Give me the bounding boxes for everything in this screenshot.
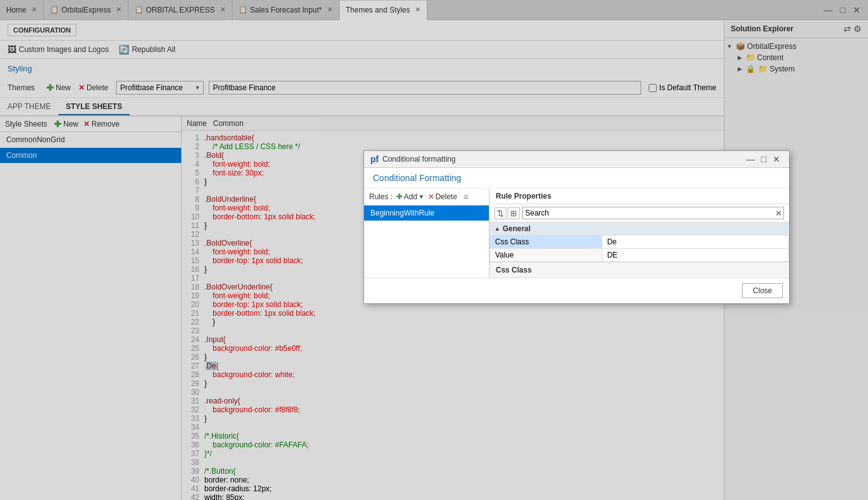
props-search-icons: ⇅ ⊞ bbox=[494, 207, 520, 219]
rules-add-plus-icon: ✚ bbox=[396, 192, 402, 201]
modal-close-button[interactable]: ✕ bbox=[770, 154, 783, 164]
props-value-name: Value bbox=[490, 249, 602, 262]
props-cssclass-value[interactable] bbox=[602, 236, 788, 249]
modal-heading: Conditional Formatting bbox=[364, 168, 789, 189]
rules-list: BeginningWithRule bbox=[364, 206, 489, 278]
modal-minimize-button[interactable]: — bbox=[744, 154, 758, 164]
modal-restore-button[interactable]: □ bbox=[759, 154, 769, 164]
props-sort-icon-btn[interactable]: ⇅ bbox=[494, 207, 506, 219]
props-value-val: DE bbox=[602, 249, 788, 262]
rules-delete-x-icon: ✕ bbox=[428, 192, 434, 201]
modal-body: Rules : ✚ Add ▼ ✕ Delete ≡ BeginningWith… bbox=[364, 189, 789, 278]
rules-delete-button[interactable]: ✕ Delete bbox=[428, 192, 458, 201]
props-section-arrow: ▲ bbox=[494, 226, 500, 232]
props-cssclass-name: Css Class bbox=[490, 236, 602, 249]
props-search-input[interactable] bbox=[522, 207, 784, 219]
css-class-input[interactable] bbox=[607, 237, 783, 246]
conditional-formatting-modal: pf Conditional formatting — □ ✕ Conditio… bbox=[363, 150, 790, 304]
rule-item-beginningwithrule[interactable]: BeginningWithRule bbox=[364, 206, 489, 221]
props-search-wrapper: ✕ bbox=[522, 207, 784, 219]
props-search-clear-button[interactable]: ✕ bbox=[775, 209, 782, 218]
props-row-cssclass[interactable]: Css Class bbox=[490, 236, 789, 249]
modal-rules-header: Rules : ✚ Add ▼ ✕ Delete ≡ bbox=[364, 189, 489, 206]
modal-titlebar: pf Conditional formatting — □ ✕ bbox=[364, 151, 789, 168]
rules-add-button[interactable]: ✚ Add ▼ bbox=[396, 192, 424, 201]
rules-drag-handle: ≡ bbox=[463, 192, 468, 202]
rules-label: Rules : bbox=[369, 192, 392, 201]
props-footer: Css Class bbox=[489, 262, 789, 278]
modal-footer: Close bbox=[364, 278, 789, 303]
props-section-label: General bbox=[503, 224, 531, 233]
modal-title: Conditional formatting bbox=[382, 155, 743, 164]
modal-close-main-button[interactable]: Close bbox=[742, 283, 783, 298]
modal-title-icon: pf bbox=[370, 154, 379, 164]
modal-ctrl-btns: — □ ✕ bbox=[744, 154, 783, 164]
modal-props-panel: Rule Properties ⇅ ⊞ ✕ ▲ General bbox=[489, 189, 789, 278]
props-header: Rule Properties bbox=[489, 189, 789, 204]
props-row-value[interactable]: Value DE bbox=[490, 249, 789, 262]
props-section-general: ▲ General bbox=[489, 222, 789, 235]
rules-delete-label: Delete bbox=[436, 192, 458, 201]
props-search-bar: ⇅ ⊞ ✕ bbox=[489, 204, 789, 222]
rules-add-label: Add bbox=[404, 192, 417, 201]
rules-add-dropdown-icon: ▼ bbox=[419, 194, 424, 200]
modal-rules-panel: Rules : ✚ Add ▼ ✕ Delete ≡ BeginningWith… bbox=[364, 189, 489, 278]
modal-overlay: pf Conditional formatting — □ ✕ Conditio… bbox=[0, 0, 868, 500]
props-table: Css Class Value DE bbox=[489, 235, 789, 262]
props-group-icon-btn[interactable]: ⊞ bbox=[508, 207, 520, 219]
